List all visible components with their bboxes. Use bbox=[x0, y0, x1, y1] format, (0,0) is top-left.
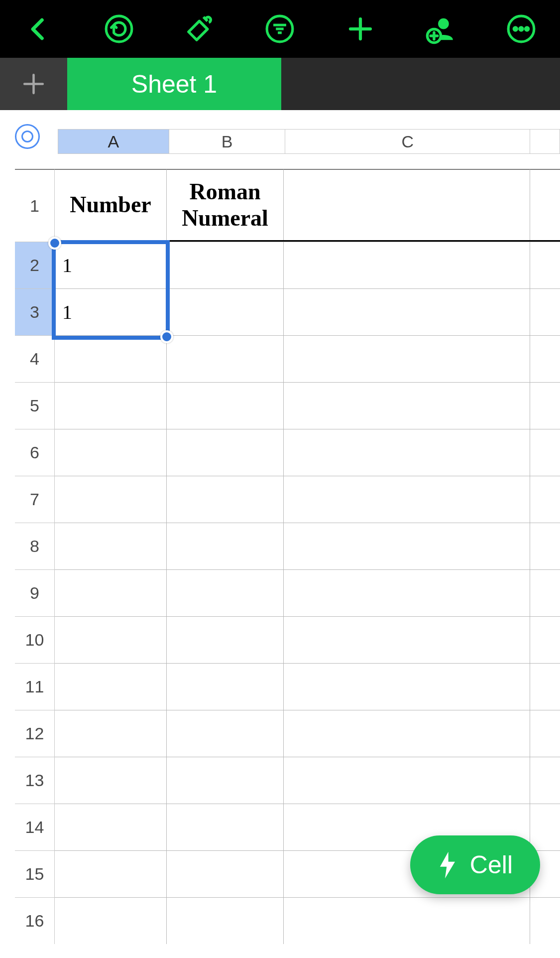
cell-B15[interactable] bbox=[167, 850, 284, 897]
undo-icon[interactable] bbox=[101, 10, 138, 48]
cell-C16[interactable] bbox=[284, 897, 530, 944]
cell-D5[interactable] bbox=[530, 382, 560, 429]
row-headers: 1 2 3 4 5 6 7 8 9 10 11 12 13 14 15 16 bbox=[15, 169, 55, 944]
cell-B7[interactable] bbox=[167, 476, 284, 523]
row-header-8[interactable]: 8 bbox=[15, 523, 55, 569]
cell-B12[interactable] bbox=[167, 710, 284, 757]
cell-D1[interactable] bbox=[530, 169, 560, 240]
cell-A13[interactable] bbox=[55, 757, 167, 804]
cell-A14[interactable] bbox=[55, 804, 167, 850]
cell-B4[interactable] bbox=[167, 335, 284, 382]
cell-D14[interactable] bbox=[530, 804, 560, 850]
cell-D11[interactable] bbox=[530, 663, 560, 710]
cell-C6[interactable] bbox=[284, 429, 530, 476]
cell-A3[interactable]: 1 bbox=[55, 288, 167, 335]
column-header-c[interactable]: C bbox=[285, 130, 530, 153]
cell-C10[interactable] bbox=[284, 616, 530, 663]
cell-B11[interactable] bbox=[167, 663, 284, 710]
cell-A15[interactable] bbox=[55, 850, 167, 897]
grid-body: 1 2 3 4 5 6 7 8 9 10 11 12 13 14 15 16 N… bbox=[0, 169, 560, 944]
cell-A9[interactable] bbox=[55, 569, 167, 616]
cell-A4[interactable] bbox=[55, 335, 167, 382]
cell-A8[interactable] bbox=[55, 523, 167, 569]
cell-D12[interactable] bbox=[530, 710, 560, 757]
cell-D13[interactable] bbox=[530, 757, 560, 804]
cell-A11[interactable] bbox=[55, 663, 167, 710]
cell-D8[interactable] bbox=[530, 523, 560, 569]
add-person-icon[interactable] bbox=[422, 10, 459, 48]
row-header-5[interactable]: 5 bbox=[15, 382, 55, 429]
cell-D16[interactable] bbox=[530, 897, 560, 944]
column-headers: A B C bbox=[58, 129, 560, 154]
row-header-16[interactable]: 16 bbox=[15, 897, 55, 944]
cell-B9[interactable] bbox=[167, 569, 284, 616]
cells-area: Number Roman Numeral 1 1 bbox=[55, 169, 560, 944]
cell-D2[interactable] bbox=[530, 242, 560, 288]
row-header-13[interactable]: 13 bbox=[15, 757, 55, 804]
select-all-corner[interactable] bbox=[15, 124, 40, 149]
cell-A5[interactable] bbox=[55, 382, 167, 429]
cell-A2[interactable]: 1 bbox=[55, 242, 167, 288]
cell-C8[interactable] bbox=[284, 523, 530, 569]
cell-A10[interactable] bbox=[55, 616, 167, 663]
cell-B10[interactable] bbox=[167, 616, 284, 663]
cell-B5[interactable] bbox=[167, 382, 284, 429]
cell-D9[interactable] bbox=[530, 569, 560, 616]
cell-A1[interactable]: Number bbox=[55, 169, 167, 240]
cell-D3[interactable] bbox=[530, 288, 560, 335]
cell-D4[interactable] bbox=[530, 335, 560, 382]
add-sheet-button[interactable] bbox=[0, 58, 67, 110]
plus-icon[interactable] bbox=[342, 10, 379, 48]
back-icon[interactable] bbox=[20, 10, 57, 48]
cell-B14[interactable] bbox=[167, 804, 284, 850]
cell-A6[interactable] bbox=[55, 429, 167, 476]
sheet-tab-bar: Sheet 1 bbox=[0, 58, 560, 110]
svg-point-13 bbox=[520, 27, 523, 30]
row-header-9[interactable]: 9 bbox=[15, 569, 55, 616]
cell-B13[interactable] bbox=[167, 757, 284, 804]
cell-D7[interactable] bbox=[530, 476, 560, 523]
cell-C1[interactable] bbox=[284, 169, 530, 240]
filter-icon[interactable] bbox=[261, 10, 299, 48]
cell-B1[interactable]: Roman Numeral bbox=[167, 169, 284, 240]
row-header-15[interactable]: 15 bbox=[15, 850, 55, 897]
row-header-6[interactable]: 6 bbox=[15, 429, 55, 476]
cell-C3[interactable] bbox=[284, 288, 530, 335]
row-header-4[interactable]: 4 bbox=[15, 335, 55, 382]
cell-C11[interactable] bbox=[284, 663, 530, 710]
cell-C4[interactable] bbox=[284, 335, 530, 382]
format-paint-icon[interactable] bbox=[181, 10, 218, 48]
row-header-7[interactable]: 7 bbox=[15, 476, 55, 523]
cell-C12[interactable] bbox=[284, 710, 530, 757]
cell-C2[interactable] bbox=[284, 242, 530, 288]
cell-C13[interactable] bbox=[284, 757, 530, 804]
cell-A12[interactable] bbox=[55, 710, 167, 757]
cell-B6[interactable] bbox=[167, 429, 284, 476]
row-header-10[interactable]: 10 bbox=[15, 616, 55, 663]
row-header-2[interactable]: 2 bbox=[15, 242, 55, 288]
fab-label: Cell bbox=[470, 850, 513, 879]
cell-D10[interactable] bbox=[530, 616, 560, 663]
cell-B16[interactable] bbox=[167, 897, 284, 944]
more-icon[interactable] bbox=[503, 10, 540, 48]
column-header-a[interactable]: A bbox=[58, 130, 169, 153]
cell-C7[interactable] bbox=[284, 476, 530, 523]
cell-fab[interactable]: Cell bbox=[410, 835, 540, 894]
row-header-11[interactable]: 11 bbox=[15, 663, 55, 710]
cell-C9[interactable] bbox=[284, 569, 530, 616]
row-header-12[interactable]: 12 bbox=[15, 710, 55, 757]
cell-D6[interactable] bbox=[530, 429, 560, 476]
cell-A7[interactable] bbox=[55, 476, 167, 523]
column-header-d[interactable] bbox=[530, 130, 560, 153]
row-header-1[interactable]: 1 bbox=[15, 169, 55, 242]
column-header-b[interactable]: B bbox=[169, 130, 286, 153]
spreadsheet-area: A B C 1 2 3 4 5 6 7 8 9 10 11 12 13 14 1… bbox=[0, 110, 560, 944]
cell-B8[interactable] bbox=[167, 523, 284, 569]
cell-B3[interactable] bbox=[167, 288, 284, 335]
row-header-3[interactable]: 3 bbox=[15, 288, 55, 335]
row-header-14[interactable]: 14 bbox=[15, 804, 55, 850]
cell-B2[interactable] bbox=[167, 242, 284, 288]
sheet-tab-active[interactable]: Sheet 1 bbox=[67, 58, 281, 110]
cell-C5[interactable] bbox=[284, 382, 530, 429]
cell-A16[interactable] bbox=[55, 897, 167, 944]
